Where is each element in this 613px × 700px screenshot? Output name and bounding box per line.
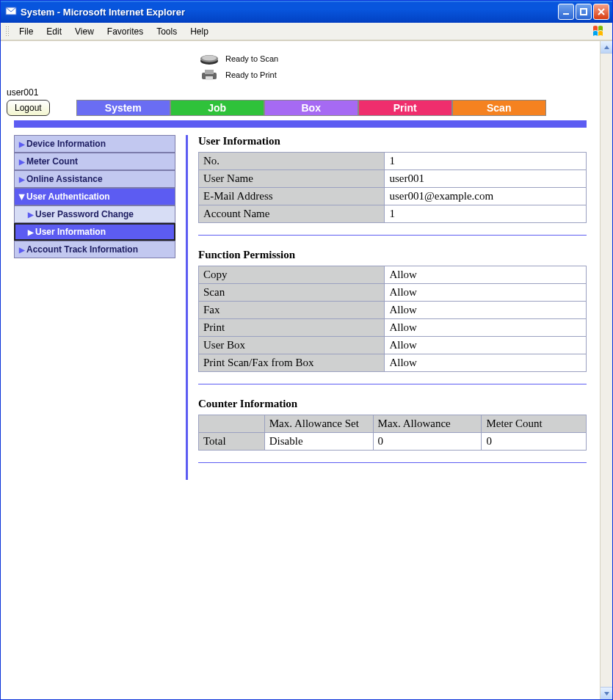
field-label: Copy	[199, 266, 385, 284]
table-row: Print Scan/Fax from BoxAllow	[199, 354, 587, 372]
field-value: user001@example.com	[385, 188, 587, 205]
table-row: User BoxAllow	[199, 337, 587, 354]
tab-job[interactable]: Job	[170, 100, 264, 116]
separator-bar	[14, 120, 587, 128]
table-header-row: Max. Allowance Set Max. Allowance Meter …	[199, 415, 587, 433]
function-permission-table: CopyAllow ScanAllow FaxAllow PrintAllow …	[198, 266, 587, 372]
table-row: Total Disable 0 0	[199, 433, 587, 451]
sidebar-sub-password-change[interactable]: ▶User Password Change	[14, 205, 175, 223]
table-row: E-Mail Addressuser001@example.com	[199, 188, 587, 205]
chevron-right-icon: ▶	[19, 246, 25, 254]
chevron-right-icon: ▶	[19, 175, 25, 183]
field-label: Fax	[199, 302, 385, 319]
chevron-right-icon: ▶	[19, 140, 25, 148]
sidebar: ▶Device Information ▶Meter Count ▶Online…	[14, 135, 175, 480]
counter-information-table: Max. Allowance Set Max. Allowance Meter …	[198, 415, 587, 451]
vertical-scrollbar[interactable]	[600, 41, 612, 699]
window-title: System - Microsoft Internet Explorer	[21, 7, 558, 18]
current-user-label: user001	[1, 87, 600, 100]
svg-rect-8	[206, 76, 213, 80]
field-label: Account Name	[199, 205, 385, 223]
section-divider	[198, 384, 587, 384]
field-value: user001	[385, 170, 587, 188]
field-value: Allow	[385, 337, 587, 354]
column-header	[199, 415, 265, 433]
sidebar-item-meter-count[interactable]: ▶Meter Count	[14, 153, 175, 170]
field-label: User Box	[199, 337, 385, 354]
column-header: Meter Count	[482, 415, 587, 433]
table-row: Account Name1	[199, 205, 587, 223]
menu-view[interactable]: View	[68, 24, 101, 39]
chevron-right-icon: ▶	[28, 211, 34, 219]
field-value: 1	[385, 205, 587, 223]
app-icon	[5, 6, 17, 18]
table-row: No.1	[199, 153, 587, 170]
field-value: Allow	[385, 319, 587, 337]
field-label: Print	[199, 319, 385, 337]
field-value: 1	[385, 153, 587, 170]
main-tabs: System Job Box Print Scan	[76, 100, 546, 116]
table-row: CopyAllow	[199, 266, 587, 284]
table-row: User Nameuser001	[199, 170, 587, 188]
svg-rect-1	[563, 13, 569, 15]
chevron-right-icon: ▶	[19, 158, 25, 166]
scroll-up-button[interactable]	[601, 41, 612, 54]
tab-print[interactable]: Print	[358, 100, 452, 116]
windows-flag-icon	[592, 25, 608, 38]
device-status: Ready to Scan Ready to Print	[199, 52, 600, 81]
tab-box[interactable]: Box	[264, 100, 358, 116]
sidebar-item-online-assistance[interactable]: ▶Online Assistance	[14, 170, 175, 188]
vertical-separator	[186, 135, 188, 480]
menu-help[interactable]: Help	[184, 24, 215, 39]
sidebar-item-user-authentication[interactable]: ▶User Authentication	[14, 188, 175, 205]
menubar: File Edit View Favorites Tools Help	[1, 23, 612, 40]
sidebar-item-label: User Authentication	[26, 192, 110, 202]
sidebar-sub-user-information[interactable]: ▶User Information	[14, 223, 175, 241]
field-value: Allow	[385, 354, 587, 372]
window-frame: System - Microsoft Internet Explorer Fil…	[0, 0, 613, 700]
user-information-table: No.1 User Nameuser001 E-Mail Addressuser…	[198, 152, 587, 223]
section-divider	[198, 462, 587, 463]
cell-value: Disable	[264, 433, 373, 451]
section-title-user-information: User Information	[198, 135, 587, 147]
tab-scan[interactable]: Scan	[452, 100, 546, 116]
menu-tools[interactable]: Tools	[150, 24, 184, 39]
titlebar[interactable]: System - Microsoft Internet Explorer	[1, 1, 612, 23]
section-title-function-permission: Function Permission	[198, 249, 587, 261]
minimize-button[interactable]	[558, 4, 574, 20]
cell-value: 0	[373, 433, 482, 451]
sidebar-item-label: Account Track Information	[26, 244, 138, 255]
field-label: Scan	[199, 284, 385, 302]
svg-rect-7	[205, 70, 214, 74]
field-value: Allow	[385, 302, 587, 319]
client-area: Ready to Scan Ready to Print user001 Log…	[1, 40, 612, 699]
table-row: PrintAllow	[199, 319, 587, 337]
detail-pane: User Information No.1 User Nameuser001 E…	[198, 135, 587, 480]
field-value: Allow	[385, 266, 587, 284]
tab-system[interactable]: System	[76, 100, 170, 116]
chevron-down-icon: ▶	[18, 194, 26, 200]
menu-favorites[interactable]: Favorites	[101, 24, 150, 39]
sidebar-item-label: Meter Count	[26, 156, 78, 167]
scroll-down-button[interactable]	[601, 687, 612, 699]
menu-file[interactable]: File	[12, 24, 40, 39]
printer-icon	[199, 68, 220, 81]
menu-edit[interactable]: Edit	[40, 24, 68, 39]
svg-point-5	[202, 56, 217, 61]
print-status-text: Ready to Print	[225, 70, 277, 79]
sidebar-item-label: Online Assistance	[26, 174, 103, 184]
logout-button[interactable]: Logout	[7, 100, 50, 116]
field-label: No.	[199, 153, 385, 170]
field-label: E-Mail Address	[199, 188, 385, 205]
section-divider	[198, 235, 587, 236]
sidebar-item-account-track[interactable]: ▶Account Track Information	[14, 241, 175, 258]
table-row: FaxAllow	[199, 302, 587, 319]
cell-value: 0	[482, 433, 587, 451]
scanner-icon	[199, 52, 220, 65]
drag-handle-icon	[5, 26, 10, 37]
maximize-button[interactable]	[576, 4, 592, 20]
close-button[interactable]	[593, 4, 609, 20]
section-title-counter-information: Counter Information	[198, 398, 587, 410]
sidebar-item-device-information[interactable]: ▶Device Information	[14, 135, 175, 153]
sidebar-item-label: User Password Change	[35, 209, 134, 219]
